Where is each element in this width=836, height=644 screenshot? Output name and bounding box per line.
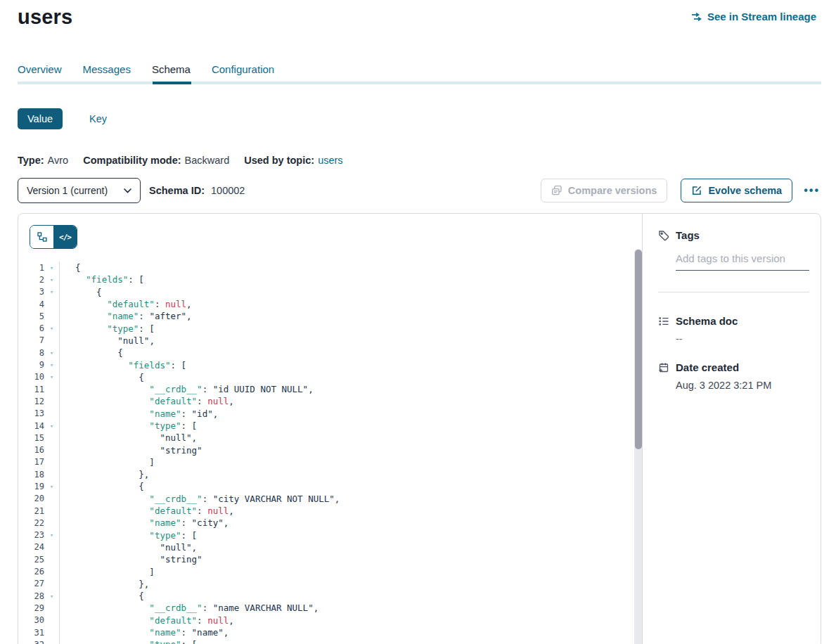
code-line: 30 "default": null, [18, 614, 632, 626]
line-number: 32 [18, 640, 44, 644]
code-line: 7 "null", [18, 335, 632, 347]
sidebar-divider [658, 292, 809, 292]
schema-id-label: Schema ID: [149, 185, 205, 196]
date-created-value: Aug. 3 2022 3:21 PM [676, 380, 809, 391]
code-line: 18 }, [18, 468, 632, 480]
evolve-schema-button[interactable]: Evolve schema [681, 179, 792, 202]
vertical-scrollbar [634, 249, 642, 644]
code-line: 31 "name": "name", [18, 626, 632, 638]
compatibility-label: Compatibility mode: [83, 155, 181, 166]
collapse-arrow-icon[interactable]: ▾ [44, 276, 59, 283]
collapse-arrow-icon[interactable]: ▾ [44, 264, 59, 271]
code-line: 3▾ { [18, 286, 632, 298]
used-by-topic-label: Used by topic: [244, 155, 314, 166]
type-label: Type: [18, 155, 44, 166]
code-line: 4 "default": null, [18, 298, 632, 310]
type-value: Avro [48, 155, 69, 166]
collapse-arrow-icon[interactable]: ▾ [44, 373, 59, 380]
collapse-arrow-icon[interactable]: ▾ [44, 641, 59, 644]
code-line: 10▾ { [18, 371, 632, 383]
line-number: 25 [18, 555, 44, 565]
code-line: 24 "null", [18, 541, 632, 553]
stream-lineage-link[interactable]: See in Stream lineage [690, 11, 816, 22]
tab-schema[interactable]: Schema [152, 63, 191, 75]
value-tab-button[interactable]: Value [18, 108, 63, 129]
line-number: 19 [18, 482, 44, 491]
tree-view-button[interactable] [30, 226, 53, 248]
add-tags-input[interactable] [676, 251, 809, 271]
compare-versions-button[interactable]: Compare versions [541, 179, 668, 202]
ellipsis-icon: ••• [804, 184, 820, 196]
tab-active-underline [153, 82, 191, 84]
compatibility-value: Backward [185, 155, 230, 166]
key-tab-button[interactable]: Key [79, 108, 117, 129]
collapse-arrow-icon[interactable]: ▾ [44, 483, 59, 490]
collapse-arrow-icon[interactable]: ▾ [44, 423, 59, 430]
schema-id-value: 100002 [211, 185, 245, 196]
line-number: 5 [18, 311, 44, 321]
code-line: 29 "__crdb__": "name VARCHAR NULL", [18, 602, 632, 614]
collapse-arrow-icon[interactable]: ▾ [44, 349, 59, 356]
tags-section-header: Tags [658, 229, 809, 241]
code-line: 12 "default": null, [18, 395, 632, 407]
line-number: 1 [18, 263, 44, 273]
code-line-text: "__crdb__": "name VARCHAR NULL", [59, 602, 319, 614]
code-line-text: "type": [ [59, 529, 197, 541]
view-toggle: </> [30, 225, 77, 249]
code-line: 8▾ { [18, 347, 632, 359]
code-line: 1▾{ [18, 262, 632, 273]
code-line-text: }, [59, 578, 149, 590]
value-key-toggle: Value Key [18, 108, 117, 129]
code-line-text: ] [59, 456, 155, 468]
code-line: 28▾ { [18, 590, 632, 602]
code-line-text: "null", [59, 432, 197, 444]
code-line-text: "fields": [ [59, 359, 186, 371]
tab-underline-track [18, 82, 821, 84]
tab-overview[interactable]: Overview [18, 63, 62, 75]
version-select[interactable]: Version 1 (current) [18, 178, 141, 203]
line-number: 26 [18, 567, 44, 577]
line-number: 14 [18, 421, 44, 431]
code-line-text: "name": "name", [59, 626, 229, 638]
collapse-arrow-icon[interactable]: ▾ [44, 361, 59, 368]
collapse-arrow-icon[interactable]: ▾ [44, 325, 59, 332]
tab-configuration[interactable]: Configuration [212, 63, 274, 75]
line-number: 4 [18, 300, 44, 309]
line-number: 23 [18, 530, 44, 540]
topic-link[interactable]: users [318, 155, 342, 166]
scrollbar-thumb[interactable] [635, 250, 642, 449]
tree-view-icon [37, 232, 47, 242]
collapse-arrow-icon[interactable]: ▾ [44, 288, 59, 295]
line-number: 11 [18, 385, 44, 394]
line-number: 7 [18, 335, 44, 345]
code-line: 6▾ "type": [ [18, 322, 632, 334]
schema-id: Schema ID: 100002 [149, 185, 245, 196]
code-line-text: "default": null, [59, 505, 234, 517]
schema-doc-value: -- [676, 333, 809, 344]
line-number: 3 [18, 287, 44, 297]
code-view-button[interactable]: </> [53, 226, 77, 248]
code-line: 11 "__crdb__": "id UUID NOT NULL", [18, 383, 632, 395]
code-editor: 1▾{2▾ "fields": [3▾ {4 "default": null,5… [18, 262, 632, 644]
code-line: 13 "name": "id", [18, 408, 632, 420]
line-number: 10 [18, 372, 44, 382]
code-line-text: ] [59, 565, 155, 577]
line-number: 30 [18, 615, 44, 625]
code-line-text: "string" [59, 553, 202, 565]
code-line: 27 }, [18, 578, 632, 590]
code-line: 21 "default": null, [18, 505, 632, 517]
tab-messages[interactable]: Messages [83, 63, 131, 75]
schema-page: users See in Stream lineage Overview Mes… [0, 0, 836, 644]
code-line: 20 "__crdb__": "city VARCHAR NOT NULL", [18, 493, 632, 505]
schema-code-pane: </> 1▾{2▾ "fields": [3▾ {4 "default": nu… [18, 214, 643, 644]
code-line-text: { [59, 590, 144, 602]
tag-icon [658, 230, 669, 241]
collapse-arrow-icon[interactable]: ▾ [44, 532, 59, 539]
code-line-text: "name": "after", [59, 310, 192, 322]
line-number: 12 [18, 397, 44, 406]
more-options-button[interactable]: ••• [802, 184, 821, 197]
code-line: 26 ] [18, 565, 632, 577]
code-line-text: { [59, 286, 102, 298]
collapse-arrow-icon[interactable]: ▾ [44, 593, 59, 600]
code-line: 15 "null", [18, 432, 632, 444]
